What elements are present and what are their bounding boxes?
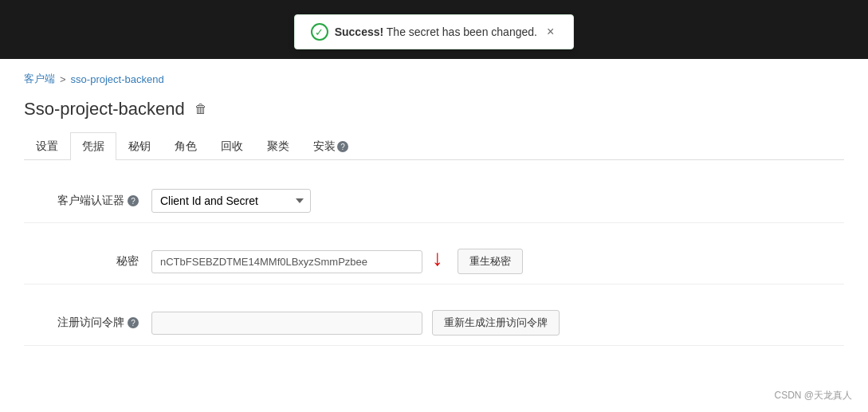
success-banner: ✓ Success! The secret has been changed. … [294,14,575,49]
tab-revocation[interactable]: 回收 [209,132,255,160]
tabs-container: 设置 凭据 秘钥 角色 回收 聚类 安装? [24,132,844,160]
installation-help-icon[interactable]: ? [337,141,348,152]
tab-installation[interactable]: 安装? [301,132,360,160]
success-detail-text: The secret has been changed. [383,26,537,38]
breadcrumb: 客户端 > sso-project-backend [24,72,844,86]
tab-keys[interactable]: 秘钥 [116,132,163,160]
regenerate-token-button[interactable]: 重新生成注册访问令牌 [432,310,560,335]
success-icon: ✓ [311,23,328,41]
regenerate-secret-button[interactable]: 重生秘密 [458,249,523,274]
delete-icon[interactable]: 🗑 [194,102,207,116]
client-authenticator-select[interactable]: Client Id and Secret Signed Jwt X509 Cer… [151,189,311,213]
registration-token-input[interactable] [151,312,422,335]
form-row-secret: 秘密 ↓ 重生秘密 [24,239,844,284]
success-banner-container: ✓ Success! The secret has been changed. … [0,8,868,59]
red-arrow-icon: ↓ [432,247,443,269]
success-message: Success! The secret has been changed. [335,26,537,38]
breadcrumb-parent-link[interactable]: 客户端 [24,72,55,86]
close-banner-button[interactable]: × [544,25,557,39]
tab-credentials[interactable]: 凭据 [70,132,116,160]
form-row-registration-token: 注册访问令牌 ? 重新生成注册访问令牌 [24,300,844,346]
tab-roles[interactable]: 角色 [163,132,209,160]
registration-token-help-icon[interactable]: ? [128,317,139,328]
form-row-client-authenticator: 客户端认证器 ? Client Id and Secret Signed Jwt… [24,179,844,223]
top-black-bar [0,0,868,8]
arrow-indicator: ↓ [432,250,443,273]
success-bold-text: Success! [335,26,383,38]
registration-token-label: 注册访问令牌 ? [24,316,151,330]
tab-clustering[interactable]: 聚类 [255,132,301,160]
client-authenticator-help-icon[interactable]: ? [128,195,139,206]
client-authenticator-label: 客户端认证器 ? [24,194,151,208]
secret-input[interactable] [151,250,422,273]
secret-label: 秘密 [24,254,151,269]
breadcrumb-separator: > [60,73,66,85]
tab-settings[interactable]: 设置 [24,132,70,160]
breadcrumb-current: sso-project-backend [71,73,164,85]
page-title: Sso-project-backend [24,99,185,120]
